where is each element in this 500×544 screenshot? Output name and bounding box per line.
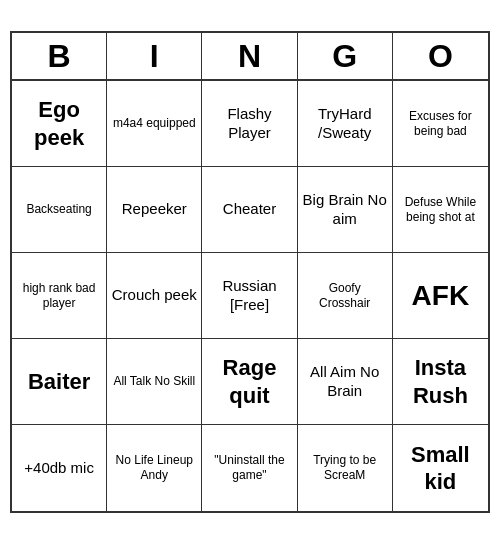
bingo-cell: Big Brain No aim — [298, 167, 393, 253]
bingo-cell: Excuses for being bad — [393, 81, 488, 167]
bingo-cell: Rage quit — [202, 339, 297, 425]
bingo-cell: m4a4 equipped — [107, 81, 202, 167]
cell-text: Trying to be ScreaM — [302, 453, 388, 483]
bingo-cell: No Life Lineup Andy — [107, 425, 202, 511]
cell-text: high rank bad player — [16, 281, 102, 311]
bingo-cell: Russian [Free] — [202, 253, 297, 339]
cell-text: Flashy Player — [206, 105, 292, 143]
bingo-card: BINGO Ego peekm4a4 equippedFlashy Player… — [10, 31, 490, 513]
header-letter: G — [298, 33, 393, 79]
cell-text: Backseating — [26, 202, 91, 217]
cell-text: m4a4 equipped — [113, 116, 196, 131]
header-letter: N — [202, 33, 297, 79]
bingo-cell: Goofy Crosshair — [298, 253, 393, 339]
bingo-cell: "Uninstall the game" — [202, 425, 297, 511]
cell-text: All Aim No Brain — [302, 363, 388, 401]
bingo-cell: high rank bad player — [12, 253, 107, 339]
cell-text: Insta Rush — [397, 354, 484, 409]
bingo-cell: Ego peek — [12, 81, 107, 167]
bingo-cell: +40db mic — [12, 425, 107, 511]
cell-text: +40db mic — [24, 459, 94, 478]
cell-text: Big Brain No aim — [302, 191, 388, 229]
cell-text: "Uninstall the game" — [206, 453, 292, 483]
cell-text: TryHard /Sweaty — [302, 105, 388, 143]
bingo-cell: All Talk No Skill — [107, 339, 202, 425]
cell-text: Defuse While being shot at — [397, 195, 484, 225]
cell-text: Ego peek — [16, 96, 102, 151]
bingo-cell: Repeeker — [107, 167, 202, 253]
cell-text: Excuses for being bad — [397, 109, 484, 139]
bingo-cell: Trying to be ScreaM — [298, 425, 393, 511]
cell-text: Crouch peek — [112, 286, 197, 305]
bingo-cell: Defuse While being shot at — [393, 167, 488, 253]
header-letter: I — [107, 33, 202, 79]
bingo-cell: Crouch peek — [107, 253, 202, 339]
cell-text: Russian [Free] — [206, 277, 292, 315]
cell-text: Baiter — [28, 368, 90, 396]
cell-text: No Life Lineup Andy — [111, 453, 197, 483]
cell-text: Small kid — [397, 441, 484, 496]
cell-text: Cheater — [223, 200, 276, 219]
bingo-cell: Small kid — [393, 425, 488, 511]
cell-text: Goofy Crosshair — [302, 281, 388, 311]
bingo-cell: Cheater — [202, 167, 297, 253]
bingo-cell: All Aim No Brain — [298, 339, 393, 425]
header-letter: O — [393, 33, 488, 79]
cell-text: All Talk No Skill — [113, 374, 195, 389]
bingo-header: BINGO — [12, 33, 488, 81]
bingo-cell: Flashy Player — [202, 81, 297, 167]
bingo-cell: Backseating — [12, 167, 107, 253]
cell-text: Rage quit — [206, 354, 292, 409]
bingo-cell: Insta Rush — [393, 339, 488, 425]
bingo-cell: Baiter — [12, 339, 107, 425]
bingo-grid: Ego peekm4a4 equippedFlashy PlayerTryHar… — [12, 81, 488, 511]
bingo-cell: AFK — [393, 253, 488, 339]
cell-text: AFK — [412, 278, 470, 313]
header-letter: B — [12, 33, 107, 79]
bingo-cell: TryHard /Sweaty — [298, 81, 393, 167]
cell-text: Repeeker — [122, 200, 187, 219]
